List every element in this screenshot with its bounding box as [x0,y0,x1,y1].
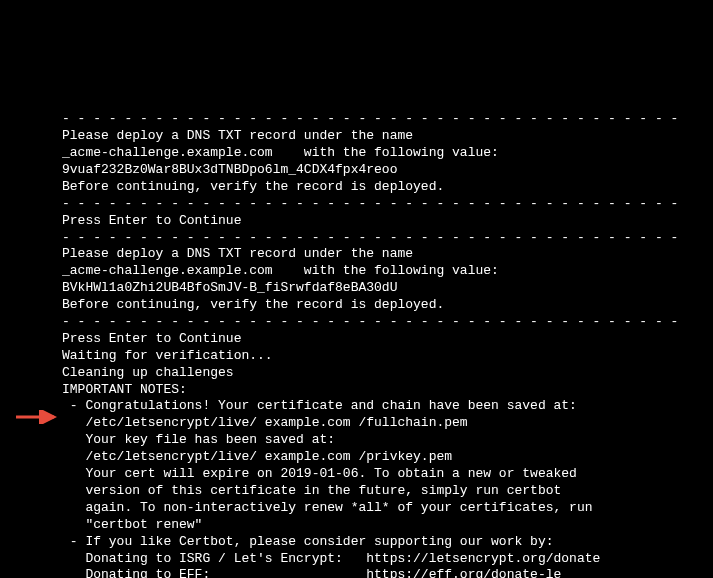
terminal-line: Waiting for verification... [62,348,713,365]
annotation-arrow [0,393,45,407]
terminal-line: version of this certificate in the futur… [62,483,713,500]
terminal-line: _acme-challenge.example.com with the fol… [62,263,713,280]
terminal-line: Please deploy a DNS TXT record under the… [62,246,713,263]
terminal-line: - - - - - - - - - - - - - - - - - - - - … [62,314,713,331]
terminal-line: again. To non-interactively renew *all* … [62,500,713,517]
terminal-line: IMPORTANT NOTES: [62,382,713,399]
terminal-line: Donating to ISRG / Let's Encrypt: https:… [62,551,713,568]
terminal-line: Your cert will expire on 2019-01-06. To … [62,466,713,483]
terminal-line: - - - - - - - - - - - - - - - - - - - - … [62,111,713,128]
terminal-line: - - - - - - - - - - - - - - - - - - - - … [62,196,713,213]
terminal-line: /etc/letsencrypt/live/ example.com /full… [62,415,713,432]
terminal-line: /etc/letsencrypt/live/ example.com /priv… [62,449,713,466]
terminal-line: BVkHWl1a0Zhi2UB4BfoSmJV-B_fiSrwfdaf8eBA3… [62,280,713,297]
terminal-line: - Congratulations! Your certificate and … [62,398,713,415]
terminal-line: Before continuing, verify the record is … [62,297,713,314]
terminal-line: - - - - - - - - - - - - - - - - - - - - … [62,230,713,247]
terminal-line: Donating to EFF: https://eff.org/donate-… [62,567,713,578]
terminal-line: Before continuing, verify the record is … [62,179,713,196]
terminal-line: Press Enter to Continue [62,331,713,348]
terminal-line: 9vuaf232Bz0War8BUx3dTNBDpo6lm_4CDX4fpx4r… [62,162,713,179]
terminal-line: Cleaning up challenges [62,365,713,382]
terminal-line: Your key file has been saved at: [62,432,713,449]
terminal-line: Please deploy a DNS TXT record under the… [62,128,713,145]
terminal-output: - - - - - - - - - - - - - - - - - - - - … [62,111,713,578]
terminal-line: "certbot renew" [62,517,713,534]
terminal-line: _acme-challenge.example.com with the fol… [62,145,713,162]
terminal-line: Press Enter to Continue [62,213,713,230]
terminal-line: - If you like Certbot, please consider s… [62,534,713,551]
